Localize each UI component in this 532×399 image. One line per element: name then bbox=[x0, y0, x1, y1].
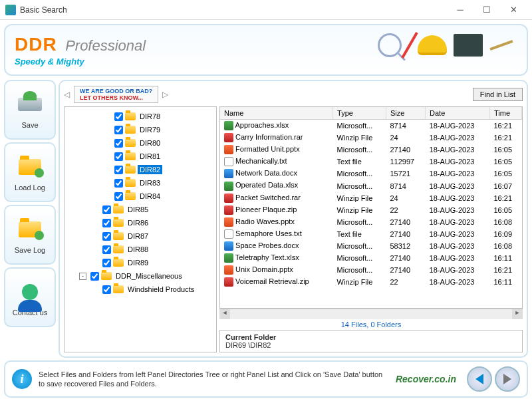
table-row[interactable]: Semaphore Uses.txtText file2714018-AUG-2… bbox=[220, 228, 522, 240]
tree-checkbox[interactable] bbox=[114, 192, 123, 201]
tree-checkbox[interactable] bbox=[102, 219, 111, 227]
tree-node[interactable]: DIR84 bbox=[65, 190, 216, 203]
docx-file-icon bbox=[224, 169, 233, 178]
file-list[interactable]: NameTypeSizeDateTime Approaches.xlsxMicr… bbox=[219, 106, 523, 309]
cell-time: 16:08 bbox=[490, 216, 522, 228]
tree-checkbox[interactable] bbox=[114, 152, 123, 161]
table-row[interactable]: Operated Data.xlsxMicrosoft...871418-AUG… bbox=[220, 180, 522, 192]
table-row[interactable]: Network Data.docxMicrosoft...1572118-AUG… bbox=[220, 168, 522, 180]
maximize-button[interactable]: ☐ bbox=[473, 1, 500, 19]
tree-checkbox[interactable] bbox=[114, 166, 123, 174]
feedback-line1: WE ARE GOOD OR BAD? bbox=[80, 88, 152, 94]
cell-size: 8714 bbox=[386, 120, 425, 132]
cell-time: 16:07 bbox=[490, 180, 522, 192]
pen-icon bbox=[489, 40, 513, 51]
tree-node[interactable]: DIR81 bbox=[65, 150, 216, 163]
table-row[interactable]: Approaches.xlsxMicrosoft...871418-AUG-20… bbox=[220, 120, 522, 132]
cell-size: 22 bbox=[386, 276, 425, 288]
tree-node[interactable]: DIR83 bbox=[65, 176, 216, 190]
tree-checkbox[interactable] bbox=[102, 205, 111, 214]
pptx-file-icon bbox=[224, 145, 233, 154]
minimize-button[interactable]: ─ bbox=[447, 1, 473, 19]
table-row[interactable]: Pioneer Plaque.zipWinzip File2218-AUG-20… bbox=[220, 204, 522, 216]
cell-size: 27140 bbox=[386, 144, 425, 156]
docx-file-icon bbox=[224, 241, 233, 251]
speech-prev-icon[interactable]: ◁ bbox=[64, 90, 70, 99]
cell-size: 15721 bbox=[386, 168, 425, 180]
tree-node[interactable]: Windshield Products bbox=[65, 283, 216, 296]
column-header[interactable]: Time bbox=[490, 107, 522, 120]
cell-date: 18-AUG-2023 bbox=[426, 156, 490, 168]
tree-node[interactable]: DIR86 bbox=[65, 216, 216, 229]
tree-node[interactable]: DIR88 bbox=[65, 243, 216, 256]
tree-checkbox[interactable] bbox=[102, 232, 111, 241]
tree-node-label: DIR83 bbox=[138, 178, 162, 188]
cell-type: Microsoft... bbox=[333, 180, 386, 192]
cell-date: 18-AUG-2023 bbox=[426, 132, 490, 144]
table-row[interactable]: Packet Switched.rarWinzip File2418-AUG-2… bbox=[220, 192, 522, 204]
back-button[interactable] bbox=[467, 366, 492, 392]
speech-next-icon[interactable]: ▷ bbox=[162, 90, 168, 99]
column-header[interactable]: Name bbox=[220, 107, 333, 120]
folder-icon bbox=[125, 192, 136, 200]
column-header[interactable]: Size bbox=[386, 107, 425, 120]
tree-node-label: Windshield Products bbox=[126, 285, 196, 294]
table-row[interactable]: Unix Domain.pptxMicrosoft...2714018-AUG-… bbox=[220, 264, 522, 276]
tree-node[interactable]: DIR85 bbox=[65, 203, 216, 216]
table-row[interactable]: Teletraphy Text.xlsxMicrosoft...2714018-… bbox=[220, 252, 522, 264]
file-list-header[interactable]: NameTypeSizeDateTime bbox=[220, 107, 522, 120]
horizontal-scrollbar[interactable]: ◄ ► bbox=[219, 309, 523, 319]
table-row[interactable]: Voicemail Retrieval.zipWinzip File2218-A… bbox=[220, 276, 522, 288]
helmet-icon bbox=[418, 35, 447, 55]
cell-size: 27140 bbox=[386, 252, 425, 264]
feedback-banner[interactable]: WE ARE GOOD OR BAD? LET OTHERS KNOW... bbox=[74, 86, 158, 103]
cell-name: Unix Domain.pptx bbox=[220, 264, 333, 276]
txt-file-icon bbox=[224, 157, 233, 166]
column-header[interactable]: Date bbox=[426, 107, 490, 120]
table-row[interactable]: Formatted Unit.pptxMicrosoft...2714018-A… bbox=[220, 144, 522, 156]
cell-size: 27140 bbox=[386, 228, 425, 240]
tree-checkbox[interactable] bbox=[114, 179, 123, 188]
load-log-button[interactable]: Load Log bbox=[4, 142, 56, 202]
tree-node[interactable]: DIR82 bbox=[65, 163, 216, 176]
tree-node[interactable]: -DDR_Miscellaneous bbox=[65, 269, 216, 283]
table-row[interactable]: Carry Information.rarWinzip File2418-AUG… bbox=[220, 132, 522, 144]
table-row[interactable]: Radio Waves.pptxMicrosoft...2714018-AUG-… bbox=[220, 216, 522, 228]
pptx-file-icon bbox=[224, 217, 233, 227]
book-icon bbox=[454, 34, 483, 57]
tree-checkbox[interactable] bbox=[114, 126, 123, 134]
tree-node[interactable]: DIR78 bbox=[65, 110, 216, 123]
table-row[interactable]: Mechanically.txtText file11299718-AUG-20… bbox=[220, 156, 522, 168]
save-log-button[interactable]: Save Log bbox=[4, 205, 56, 265]
tree-checkbox[interactable] bbox=[102, 245, 111, 254]
expand-toggle[interactable]: - bbox=[79, 273, 86, 280]
contact-us-button[interactable]: Contact us bbox=[4, 267, 56, 327]
cell-type: Microsoft... bbox=[333, 216, 386, 228]
tree-checkbox[interactable] bbox=[102, 259, 111, 267]
folder-icon bbox=[101, 272, 112, 280]
tree-node[interactable]: DIR89 bbox=[65, 256, 216, 269]
folder-icon bbox=[113, 259, 124, 267]
close-button[interactable]: ✕ bbox=[500, 1, 527, 19]
column-header[interactable]: Type bbox=[333, 107, 386, 120]
tree-checkbox[interactable] bbox=[114, 112, 123, 121]
tree-node[interactable]: DIR80 bbox=[65, 136, 216, 150]
tree-node[interactable]: DIR79 bbox=[65, 123, 216, 136]
directory-tree[interactable]: DIR78DIR79DIR80DIR81DIR82DIR83DIR84DIR85… bbox=[64, 106, 217, 352]
forward-button[interactable] bbox=[495, 366, 520, 392]
scroll-right-icon[interactable]: ► bbox=[512, 309, 523, 319]
cell-date: 18-AUG-2023 bbox=[426, 120, 490, 132]
tree-node[interactable]: DIR87 bbox=[65, 229, 216, 243]
load-log-label: Load Log bbox=[15, 184, 45, 192]
rar-file-icon bbox=[224, 194, 233, 203]
cell-size: 24 bbox=[386, 192, 425, 204]
tree-checkbox[interactable] bbox=[90, 272, 99, 281]
cell-type: Text file bbox=[333, 228, 386, 240]
cell-time: 16:21 bbox=[490, 192, 522, 204]
tree-checkbox[interactable] bbox=[102, 285, 111, 294]
save-button[interactable]: Save bbox=[4, 80, 56, 140]
find-in-list-button[interactable]: Find in List bbox=[473, 88, 523, 101]
table-row[interactable]: Space Probes.docxMicrosoft...5831218-AUG… bbox=[220, 240, 522, 252]
scroll-left-icon[interactable]: ◄ bbox=[219, 309, 230, 319]
tree-checkbox[interactable] bbox=[114, 139, 123, 148]
